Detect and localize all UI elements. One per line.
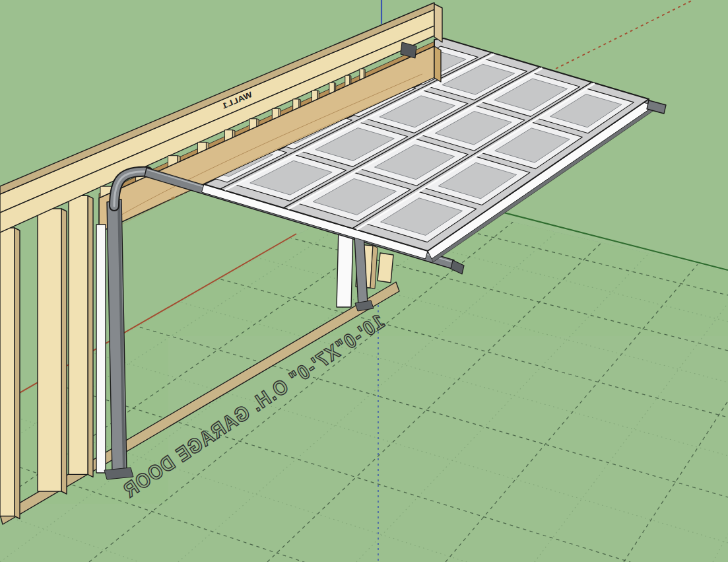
- model-scene[interactable]: 10'-0"X7'-0" O.H. GARAGE DOOR WALL1: [0, 0, 728, 562]
- wall-stud-side[interactable]: [61, 209, 67, 494]
- wall-stud[interactable]: [38, 209, 61, 491]
- sketchup-3d-viewport[interactable]: 10'-0"X7'-0" O.H. GARAGE DOOR WALL1: [0, 0, 728, 562]
- wall-stud[interactable]: [69, 195, 88, 474]
- left-jamb-trim[interactable]: [96, 225, 106, 473]
- header-end-grain[interactable]: [434, 46, 441, 82]
- right-end-stud[interactable]: [378, 253, 393, 283]
- right-jamb-post[interactable]: [337, 228, 353, 307]
- wall-stud-side[interactable]: [88, 195, 93, 477]
- plate-end-grain[interactable]: [434, 4, 442, 42]
- wall-stud[interactable]: [0, 228, 15, 516]
- wall-stud-side[interactable]: [15, 228, 20, 519]
